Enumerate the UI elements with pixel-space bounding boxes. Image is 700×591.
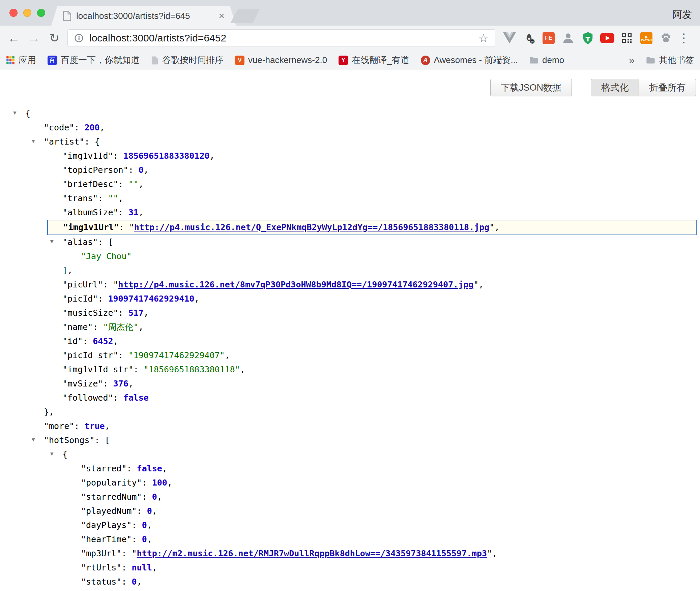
json-colon: : — [98, 237, 108, 247]
json-key: "popularity" — [81, 478, 142, 488]
json-key: "rtUrls" — [81, 563, 121, 572]
json-line: "picId": 19097417462929410, — [0, 292, 700, 306]
json-line: "img1v1Id_str": "18569651883380118", — [0, 363, 700, 377]
paw-icon[interactable] — [659, 31, 673, 45]
tab-close-icon[interactable]: × — [218, 11, 225, 21]
json-key: "more" — [44, 421, 74, 431]
json-open-brace: { — [62, 449, 67, 459]
bookmarks-overflow-chevron[interactable]: » — [629, 55, 635, 66]
json-key: "dayPlays" — [81, 520, 132, 530]
bookmark-apps[interactable]: 应用 — [6, 54, 36, 66]
forward-button[interactable]: → — [25, 32, 43, 44]
bookmark-other-folder[interactable]: 其他书签 — [646, 54, 694, 66]
json-boolean: true — [84, 421, 105, 431]
bookmark-label: Awesomes - 前端资... — [434, 54, 518, 66]
close-window-button[interactable] — [9, 9, 18, 17]
json-number: 31 — [128, 208, 139, 217]
json-quote: " — [113, 280, 118, 289]
reload-button[interactable]: ↻ — [45, 32, 63, 44]
json-colon: : — [93, 322, 103, 332]
dictionary-pen-icon[interactable]: en — [522, 31, 536, 45]
json-key: "briefDesc" — [62, 179, 118, 189]
json-comma: , — [225, 350, 230, 360]
json-comma: , — [137, 577, 142, 587]
json-comma: , — [118, 193, 123, 203]
json-line: ▼"artist": { — [0, 135, 700, 149]
json-colon: : — [137, 506, 147, 516]
collapse-toggle-icon[interactable]: ▼ — [32, 134, 35, 148]
browser-toolbar: ← → ↻ localhost:3000/artists?id=6452 ☆ e… — [0, 26, 700, 51]
json-number: 200 — [84, 123, 99, 132]
bookmark-vue-hackernews[interactable]: V vue-hackernews-2.0 — [235, 55, 327, 65]
browser-menu-icon[interactable]: ⋮ — [675, 31, 693, 45]
json-open-bracket: [ — [108, 237, 113, 247]
json-colon: : — [103, 379, 113, 388]
minimize-window-button[interactable] — [23, 9, 31, 17]
collapse-toggle-icon[interactable]: ▼ — [32, 433, 35, 447]
bookmark-awesomes[interactable]: A Awesomes - 前端资... — [421, 54, 518, 66]
json-quote: " — [132, 549, 137, 558]
json-comma: , — [113, 336, 118, 346]
bookmark-star-icon[interactable]: ☆ — [478, 31, 489, 45]
json-key: "hearTime" — [81, 534, 132, 544]
json-url-link[interactable]: http://p4.music.126.net/8mv7qP30Pd3oHW8b… — [118, 280, 474, 289]
format-button[interactable]: 格式化 — [591, 79, 639, 96]
json-quote: " — [487, 549, 492, 558]
qrcode-icon[interactable] — [620, 31, 634, 45]
json-line: "playedNum": 0, — [0, 504, 700, 518]
browser-tab[interactable]: localhost:3000/artists?id=645 × — [51, 6, 236, 26]
folder-icon — [529, 57, 538, 64]
youtube-icon[interactable] — [600, 31, 614, 45]
json-key: "img1v1Id_str" — [62, 365, 134, 374]
json-key: "mvSize" — [62, 379, 103, 388]
json-comma: , — [147, 534, 152, 544]
zoom-window-button[interactable] — [37, 9, 45, 17]
json-url-link[interactable]: http://m2.music.126.net/RMJR7wDullRqppBk… — [137, 549, 487, 558]
new-tab-button[interactable] — [230, 9, 260, 23]
json-colon: : — [118, 308, 128, 318]
json-key: "picId_str" — [62, 350, 118, 360]
json-string: "周杰伦" — [103, 322, 138, 332]
green-shield-icon[interactable] — [581, 31, 595, 45]
json-colon: : — [121, 577, 132, 587]
json-key: "followed" — [62, 393, 113, 403]
json-key: "code" — [44, 123, 74, 132]
json-line: "picId_str": "19097417462929407", — [0, 348, 700, 363]
json-key: "id" — [62, 336, 83, 346]
json-quote: " — [473, 280, 478, 289]
collapse-toggle-icon[interactable]: ▼ — [50, 235, 54, 249]
json-url-link[interactable]: http://p4.music.126.net/Q_ExePNkmqB2yWyL… — [134, 222, 490, 232]
json-colon: : — [121, 549, 132, 558]
collapse-toggle-icon[interactable]: ▼ — [50, 447, 54, 461]
collapse-all-button[interactable]: 折叠所有 — [639, 79, 696, 96]
json-comma: , — [478, 280, 484, 289]
json-line: "topicPerson": 0, — [0, 163, 700, 177]
json-key: "albumSize" — [62, 208, 118, 217]
json-colon: : — [119, 222, 129, 232]
json-line: "picUrl": "http://p4.music.126.net/8mv7q… — [0, 278, 700, 292]
page-info-icon[interactable] — [74, 33, 84, 43]
user-silhouette-icon[interactable] — [561, 31, 575, 45]
player-icon[interactable]: ▶PLAYER — [639, 31, 653, 45]
json-line: "musicSize": 517, — [0, 306, 700, 320]
bookmark-baidu[interactable]: 百 百度一下，你就知道 — [48, 54, 140, 66]
json-line: ], — [0, 263, 700, 278]
bookmark-demo-folder[interactable]: demo — [529, 55, 564, 65]
json-key: "picId" — [62, 294, 98, 304]
collapse-toggle-icon[interactable]: ▼ — [13, 106, 17, 120]
bookmark-label: 在线翻译_有道 — [352, 54, 409, 66]
json-line: "briefDesc": "", — [0, 177, 700, 191]
download-json-button[interactable]: 下载JSON数据 — [490, 79, 572, 96]
address-bar[interactable]: localhost:3000/artists?id=6452 ☆ — [67, 29, 495, 47]
json-colon: : — [113, 151, 123, 161]
vue-devtools-icon[interactable] — [502, 31, 517, 45]
json-colon: : — [132, 534, 142, 544]
bookmark-youdao[interactable]: Y 在线翻译_有道 — [339, 54, 409, 66]
json-colon: : — [103, 280, 113, 289]
bookmark-google-sort[interactable]: 谷歌按时间排序 — [151, 54, 224, 66]
json-string: "18569651883380118" — [144, 365, 240, 374]
back-button[interactable]: ← — [5, 32, 23, 44]
vue-icon: V — [235, 56, 244, 65]
fe-extension-icon[interactable]: FE — [542, 31, 556, 45]
json-boolean: false — [123, 393, 149, 403]
